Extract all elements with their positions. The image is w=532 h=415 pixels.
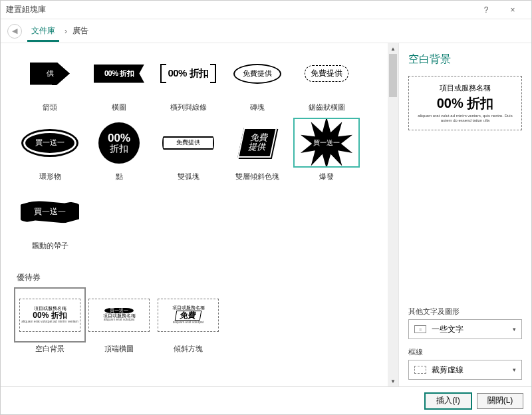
field-label-text-graphics: 其他文字及圖形 bbox=[408, 307, 522, 317]
caption: 雙層傾斜色塊 bbox=[224, 172, 291, 182]
coupon-shape: 買一送一 項目或服務名稱 aliquam erat volutpat bbox=[88, 299, 150, 332]
coupon-l3: aliquam erat volutpat ad minim veniam bbox=[21, 320, 78, 324]
brick-shape: 免費提供 bbox=[233, 64, 281, 84]
flag-shape: 00% 折扣 bbox=[94, 65, 144, 83]
thumb: 00% 折扣 bbox=[86, 49, 152, 98]
gallery-item-biarc[interactable]: 免費提供 雙弧塊 bbox=[155, 118, 221, 182]
help-button[interactable]: ? bbox=[473, 5, 499, 15]
close-button[interactable]: × bbox=[499, 5, 526, 15]
insert-button[interactable]: 插入(I) bbox=[425, 393, 471, 409]
arrow-shape: 供 bbox=[30, 63, 70, 85]
dot-small: 折扣 bbox=[110, 144, 128, 153]
thumb: 免費提供 bbox=[224, 118, 291, 168]
thumb: 00%折扣 bbox=[86, 118, 152, 168]
chevron-down-icon: ▾ bbox=[513, 326, 516, 333]
coupon-l3: aliquam erat volutpat bbox=[173, 321, 203, 325]
breadcrumb-current: 廣告 bbox=[72, 25, 88, 37]
thumb: 買一送一 bbox=[293, 118, 360, 168]
gallery-item-coupon-slant[interactable]: 項目或服務名稱 免費 aliquam erat volutpat 傾斜方塊 bbox=[155, 290, 221, 354]
scroll-thumb[interactable] bbox=[389, 54, 397, 97]
footer: 插入(I) 關閉(L) bbox=[1, 386, 531, 414]
gallery-row: 項目或服務名稱 00% 折扣 aliquam erat volutpat ad … bbox=[17, 290, 385, 359]
border-icon bbox=[414, 366, 426, 374]
caption: 磚塊 bbox=[224, 102, 291, 112]
caption: 空白背景 bbox=[17, 344, 83, 354]
scroll-up-button[interactable]: ▲ bbox=[388, 43, 398, 54]
preview-line1: 項目或服務名稱 bbox=[414, 83, 516, 93]
combo-value: 一些文字 bbox=[432, 324, 464, 335]
titlebar: 建置組塊庫 ? × bbox=[1, 1, 531, 19]
gallery-row: 供 箭頭 00% 折扣 橫圖 00% 折扣 橫列與線條 免費提供 磚塊 免費提供… bbox=[17, 49, 385, 118]
coupon-l2: 免費 bbox=[175, 311, 202, 321]
combo-text-graphics[interactable]: ≡ 一些文字 ▾ bbox=[408, 319, 522, 339]
thumb: 免費提供 bbox=[293, 49, 360, 98]
thumb: 買一送一 bbox=[17, 118, 83, 168]
dot-big: 00% bbox=[108, 132, 130, 144]
caption: 頂端橫圖 bbox=[86, 344, 152, 354]
section-title: 優待券 bbox=[17, 272, 385, 283]
caption: 橫圖 bbox=[86, 102, 152, 112]
burst-shape: 買一送一 bbox=[301, 118, 352, 168]
caption: 雙弧塊 bbox=[155, 172, 221, 182]
field-label-border: 框線 bbox=[408, 347, 522, 357]
preview-line2: 00% 折扣 bbox=[414, 94, 516, 112]
coupon-shape: 項目或服務名稱 免費 aliquam erat volutpat bbox=[158, 299, 219, 332]
gallery-item-flag[interactable]: 00% 折扣 橫圖 bbox=[86, 49, 152, 112]
gallery: 供 箭頭 00% 折扣 橫圖 00% 折扣 橫列與線條 免費提供 磚塊 免費提供… bbox=[1, 43, 388, 386]
ellipse-shape: 買一送一 bbox=[23, 131, 76, 155]
scroll-down-button[interactable]: ▼ bbox=[388, 376, 398, 386]
preview-line3: aliquam erat volut ad minim veniam, quis… bbox=[414, 114, 516, 123]
coupon-l1: 項目或服務名稱 bbox=[172, 305, 205, 311]
scroll-track[interactable] bbox=[388, 54, 398, 376]
caption: 箭頭 bbox=[17, 102, 83, 112]
thumb: 供 bbox=[17, 49, 83, 98]
gallery-item-wave[interactable]: 買一送一 飄動的帶子 bbox=[17, 187, 83, 251]
combo-border[interactable]: 裁剪虛線 ▾ bbox=[408, 360, 522, 380]
dot-shape: 00%折扣 bbox=[98, 122, 140, 164]
gallery-item-dot[interactable]: 00%折扣 點 bbox=[86, 118, 152, 182]
caption: 鋸齒狀橫圖 bbox=[293, 102, 360, 112]
gallery-item-scallop[interactable]: 免費提供 鋸齒狀橫圖 bbox=[293, 49, 360, 112]
gallery-item-burst[interactable]: 買一送一 爆發 bbox=[293, 118, 360, 182]
breadcrumb-root[interactable]: 文件庫 bbox=[27, 20, 59, 42]
breadcrumb-sep: › bbox=[65, 27, 67, 36]
gallery-item-slant[interactable]: 免費提供 雙層傾斜色塊 bbox=[224, 118, 291, 182]
thumb: 免費提供 bbox=[224, 49, 291, 98]
caption: 飄動的帶子 bbox=[17, 241, 83, 251]
bracket-shape: 00% 折扣 bbox=[162, 66, 213, 81]
thumb: 免費提供 bbox=[155, 118, 221, 168]
window-title: 建置組塊庫 bbox=[6, 4, 473, 15]
gallery-item-bracket[interactable]: 00% 折扣 橫列與線條 bbox=[155, 49, 221, 112]
scallop-shape: 免費提供 bbox=[305, 65, 348, 82]
biarc-shape: 免費提供 bbox=[162, 136, 214, 150]
close-button[interactable]: 關閉(L) bbox=[477, 393, 523, 409]
main: 供 箭頭 00% 折扣 橫圖 00% 折扣 橫列與線條 免費提供 磚塊 免費提供… bbox=[1, 43, 531, 386]
gallery-item-ellipse[interactable]: 買一送一 環形物 bbox=[17, 118, 83, 182]
text-icon: ≡ bbox=[414, 325, 426, 333]
thumb: 項目或服務名稱 免費 aliquam erat volutpat bbox=[155, 290, 221, 340]
gallery-item-coupon-blank[interactable]: 項目或服務名稱 00% 折扣 aliquam erat volutpat ad … bbox=[17, 290, 83, 354]
wave-shape: 買一送一 bbox=[21, 201, 79, 223]
scrollbar[interactable]: ▲ ▼ bbox=[388, 43, 398, 386]
gallery-item-coupon-top[interactable]: 買一送一 項目或服務名稱 aliquam erat volutpat 頂端橫圖 bbox=[86, 290, 152, 354]
gallery-row: 買一送一 環形物 00%折扣 點 免費提供 雙弧塊 免費提供 雙層傾斜色塊 買一… bbox=[17, 118, 385, 187]
gallery-row: 買一送一 飄動的帶子 bbox=[17, 187, 385, 256]
gallery-item-brick[interactable]: 免費提供 磚塊 bbox=[224, 49, 291, 112]
back-button[interactable]: ◀ bbox=[7, 24, 22, 39]
combo-value: 裁剪虛線 bbox=[432, 364, 464, 376]
coupon-l3: aliquam erat volutpat bbox=[104, 318, 134, 322]
preview: 項目或服務名稱 00% 折扣 aliquam erat volut ad min… bbox=[408, 76, 522, 130]
thumb: 00% 折扣 bbox=[155, 49, 221, 98]
thumb: 項目或服務名稱 00% 折扣 aliquam erat volutpat ad … bbox=[17, 290, 83, 340]
breadcrumb: ◀ 文件庫 › 廣告 bbox=[1, 19, 531, 43]
caption: 爆發 bbox=[293, 172, 360, 182]
chevron-left-icon: ◀ bbox=[12, 27, 17, 35]
caption: 傾斜方塊 bbox=[155, 344, 221, 354]
thumb: 買一送一 項目或服務名稱 aliquam erat volutpat bbox=[86, 290, 152, 340]
gallery-item-arrow[interactable]: 供 箭頭 bbox=[17, 49, 83, 112]
side-title: 空白背景 bbox=[408, 53, 522, 67]
caption: 點 bbox=[86, 172, 152, 182]
slant-shape: 免費提供 bbox=[237, 128, 277, 158]
caption: 環形物 bbox=[17, 172, 83, 182]
chevron-down-icon: ▾ bbox=[513, 366, 516, 373]
